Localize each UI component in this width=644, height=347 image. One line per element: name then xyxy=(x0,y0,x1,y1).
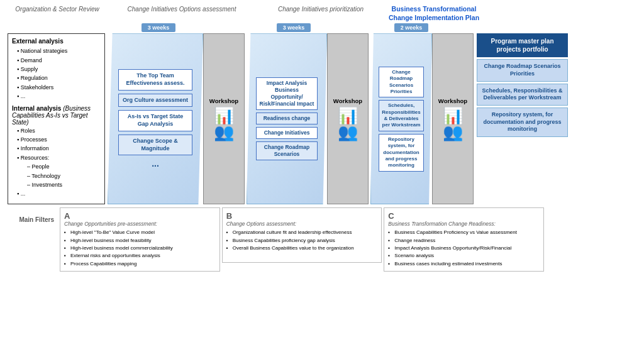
workshop-1-icon: 📊👥 xyxy=(207,107,241,140)
list-item: ▪ Stakeholders xyxy=(17,83,101,92)
filter-col-a: A Change Opportunities pre-assessment: ▪… xyxy=(60,207,220,272)
change-scope-box: Change Scope & Magnitude xyxy=(118,135,192,155)
left-analysis-panel: External analysis ▪ National strategies … xyxy=(8,33,105,204)
list-item: ▪ Information xyxy=(17,144,101,153)
arrow3-box3: Repository system, for documentation and… xyxy=(379,134,424,172)
col-c-header: Business Transformation Change Readiness… xyxy=(388,221,540,227)
weeks-badge-3: 2 weeks xyxy=(394,23,429,32)
filter-col-b: B Change Options assessment: ▪Organizati… xyxy=(222,207,382,263)
col-b-letter: B xyxy=(226,211,378,221)
list-item: ▪Organizational culture fit and leadersh… xyxy=(226,229,378,236)
main-filters-label: Main Filters xyxy=(8,207,58,223)
workshop-2-icon: 📊👥 xyxy=(331,107,365,140)
arrow-panel-3: Change Roadmap Scenarios Priorities Sche… xyxy=(370,33,432,204)
list-item: ▪Business Capabilities proficiency gap a… xyxy=(226,237,378,245)
arrow-panel-2: Impact Analysis Business Opportunity/ Ri… xyxy=(247,33,327,204)
weeks-badge-1: 3 weeks xyxy=(142,23,176,32)
right-panel-item-2: Schedules, Responsibilities & Deliverabl… xyxy=(477,84,568,106)
list-item: ▪ Resources: xyxy=(17,153,101,162)
list-item: ▪ Supply xyxy=(17,65,101,74)
col-c-letter: C xyxy=(388,211,540,221)
list-item: ▪Overall Business Capabilities value to … xyxy=(226,245,378,252)
org-sector-title: Organization & Sector Review xyxy=(15,6,99,13)
right-panel-header: Program master plan projects portfolio xyxy=(477,33,568,57)
workshop-3: Workshop 📊👥 xyxy=(432,33,474,204)
arrow3-box1: Change Roadmap Scenarios Priorities xyxy=(379,67,424,98)
list-item: ▪ ... xyxy=(17,189,101,198)
list-item: ▪External risks and opportunities analys… xyxy=(64,252,216,260)
list-item: ▪ Roles xyxy=(17,126,101,135)
biz-opportunity-box: Readiness change xyxy=(256,113,318,124)
list-item: ▪Business cases including estimated inve… xyxy=(388,260,540,268)
col-a-header: Change Opportunities pre-assessment: xyxy=(64,221,216,227)
workshop-1-label: Workshop xyxy=(209,97,238,104)
filter-col-c: C Business Transformation Change Readine… xyxy=(384,207,544,272)
list-item: – Technology xyxy=(27,172,101,180)
gap-analysis-box: As-Is vs Target State Gap Analysis xyxy=(118,110,192,131)
right-panel-item-1: Change Roadmap Scenarios Priorities xyxy=(477,59,568,81)
col-c-list: ▪Business Capabilities Proficiency vs Va… xyxy=(388,229,540,268)
list-item: ▪Change readiness xyxy=(388,237,540,245)
col-a-list: ▪High-level "To-Be" Value Curve model ▪H… xyxy=(64,229,216,268)
arrow-panel-1: The Top Team Effectiveness assess. Org C… xyxy=(108,33,203,204)
list-item: ▪ ... xyxy=(17,92,101,101)
external-analysis-header: External analysis xyxy=(12,38,101,45)
list-item: ▪Business Capabilities Proficiency vs Va… xyxy=(388,229,540,236)
list-item: ▪High-level "To-Be" Value Curve model xyxy=(64,229,216,236)
list-item: ▪Scenario analysis xyxy=(388,252,540,260)
list-item: ▪High-level business model feasibility xyxy=(64,237,216,245)
internal-analysis-header: Internal analysis (Business Capabilities… xyxy=(12,105,101,126)
list-item: – People xyxy=(27,162,101,171)
list-item: ▪ Regulation xyxy=(17,74,101,82)
weeks-badge-2: 3 weeks xyxy=(277,23,311,32)
list-item: ▪ Processes xyxy=(17,135,101,144)
right-panel-item-3: Repository system, for documentation and… xyxy=(477,107,568,137)
change-readiness-box: Change Initiatives xyxy=(256,127,318,139)
list-item: ▪ National strategies xyxy=(17,47,101,55)
workshop-3-label: Workshop xyxy=(438,97,467,104)
list-item: ▪Impact Analysis Business Opportunity/Ri… xyxy=(388,245,540,252)
arrow3-box2: Schedules, Responsibilities & Deliverabl… xyxy=(379,100,424,131)
col-a-letter: A xyxy=(64,211,216,221)
change-initiatives-title: Change Initiatives Options assessment xyxy=(128,6,236,13)
biz-transform-title: Business Transformational Change Impleme… xyxy=(389,5,479,21)
change-prioritization-title: Change Initiatives prioritization xyxy=(278,6,364,13)
list-item: – Investments xyxy=(27,180,101,189)
org-culture-box: Org Culture assessment xyxy=(118,94,192,107)
effectiveness-box: The Top Team Effectiveness assess. xyxy=(118,69,192,90)
col-b-list: ▪Organizational culture fit and leadersh… xyxy=(226,229,378,252)
change-initiatives-box: Change Roadmap Scenarios xyxy=(256,141,318,160)
list-item: ▪ Demand xyxy=(17,56,101,65)
impact-analysis-box: Impact Analysis Business Opportunity/ Ri… xyxy=(256,77,318,110)
col-b-header: Change Options assessment: xyxy=(226,221,378,227)
workshop-1: Workshop 📊👥 xyxy=(203,33,245,204)
arrow1-ellipsis: ... xyxy=(118,158,192,168)
list-item: ▪Process Capabilities mapping xyxy=(64,260,216,268)
workshop-2-label: Workshop xyxy=(333,97,362,104)
list-item: ▪High-level business model commercializa… xyxy=(64,245,216,252)
right-panel: Program master plan projects portfolio C… xyxy=(477,33,568,137)
workshop-3-icon: 📊👥 xyxy=(436,107,470,140)
workshop-2: Workshop 📊👥 xyxy=(327,33,369,204)
